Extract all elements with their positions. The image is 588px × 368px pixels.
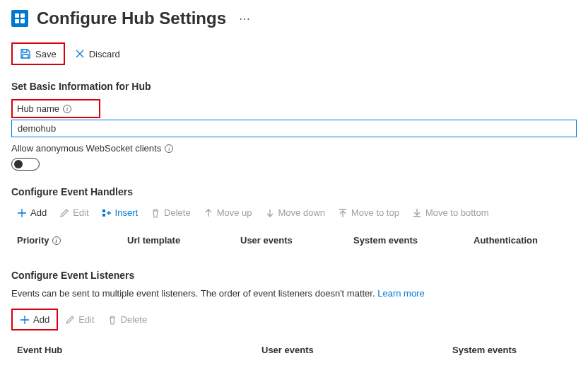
col-url: Url template <box>127 235 240 246</box>
listeners-section-title: Configure Event Listeners <box>11 270 577 281</box>
listeners-hint: Events can be sent to multiple event lis… <box>11 288 577 299</box>
pencil-icon <box>65 315 75 325</box>
info-icon[interactable]: i <box>52 236 61 245</box>
hub-app-icon <box>11 10 28 27</box>
move-bottom-button[interactable]: Move to bottom <box>406 205 495 221</box>
svg-rect-0 <box>15 13 19 18</box>
save-icon <box>20 48 31 59</box>
insert-handler-button[interactable]: Insert <box>96 205 144 221</box>
col-auth: Authentication <box>474 235 538 246</box>
move-down-button[interactable]: Move down <box>259 205 331 221</box>
trash-icon <box>151 208 160 218</box>
info-icon[interactable]: i <box>165 144 173 153</box>
event-listeners-section: Configure Event Listeners Events can be … <box>11 270 577 364</box>
svg-rect-1 <box>20 13 25 18</box>
col-event-hub: Event Hub <box>17 345 261 355</box>
add-listener-button[interactable]: Add <box>14 311 55 328</box>
basic-section-title: Set Basic Information for Hub <box>11 81 577 92</box>
delete-listener-button[interactable]: Delete <box>102 311 153 328</box>
insert-icon <box>102 208 112 218</box>
save-highlight: Save <box>11 42 65 65</box>
close-icon <box>75 49 85 59</box>
handlers-section-title: Configure Event Handlers <box>11 186 577 197</box>
plus-icon <box>17 208 27 218</box>
col-user-events: User events <box>261 345 452 355</box>
col-user-events: User events <box>240 235 353 246</box>
hub-name-input[interactable] <box>11 120 577 137</box>
col-system-events: System events <box>452 345 517 355</box>
col-system-events: System events <box>353 235 474 246</box>
svg-rect-5 <box>102 214 105 217</box>
arrow-bottom-icon <box>412 208 422 218</box>
handlers-columns: Priorityi Url template User events Syste… <box>11 231 577 254</box>
arrow-down-icon <box>265 208 275 218</box>
discard-label: Discard <box>89 49 120 59</box>
page-title: Configure Hub Settings <box>37 8 226 28</box>
svg-rect-3 <box>20 19 25 23</box>
event-handlers-section: Configure Event Handlers Add Edit Insert… <box>11 186 577 254</box>
allow-anon-toggle[interactable] <box>11 158 40 171</box>
move-up-button[interactable]: Move up <box>198 205 258 221</box>
hub-name-label: Hub name i <box>17 103 95 114</box>
arrow-up-icon <box>204 208 213 218</box>
edit-handler-button[interactable]: Edit <box>54 205 94 221</box>
save-label: Save <box>35 49 57 59</box>
hub-name-highlight: Hub name i <box>11 99 100 118</box>
add-handler-button[interactable]: Add <box>11 205 52 221</box>
svg-rect-2 <box>15 19 19 23</box>
add-listener-highlight: Add <box>11 309 58 330</box>
handlers-toolbar: Add Edit Insert Delete Move up Move down… <box>11 205 577 221</box>
allow-anon-label: Allow anonymous WebSocket clients i <box>11 143 577 154</box>
page-header: Configure Hub Settings ⋯ <box>11 8 577 28</box>
top-action-bar: Save Discard <box>11 42 577 65</box>
listeners-toolbar: Add Edit Delete <box>11 309 577 330</box>
plus-icon <box>20 315 30 325</box>
col-priority: Priorityi <box>17 235 127 246</box>
trash-icon <box>107 315 117 325</box>
arrow-top-icon <box>338 208 348 218</box>
move-top-button[interactable]: Move to top <box>332 205 405 221</box>
save-button[interactable]: Save <box>14 45 62 62</box>
pencil-icon <box>59 208 69 218</box>
delete-handler-button[interactable]: Delete <box>145 205 196 221</box>
basic-info-section: Set Basic Information for Hub Hub name i… <box>11 81 577 171</box>
discard-button[interactable]: Discard <box>69 46 126 62</box>
more-icon[interactable]: ⋯ <box>239 12 250 25</box>
edit-listener-button[interactable]: Edit <box>59 311 100 328</box>
info-icon[interactable]: i <box>63 105 71 113</box>
listeners-columns: Event Hub User events System events <box>11 340 577 364</box>
learn-more-link[interactable]: Learn more <box>377 288 424 299</box>
svg-rect-4 <box>102 209 105 212</box>
